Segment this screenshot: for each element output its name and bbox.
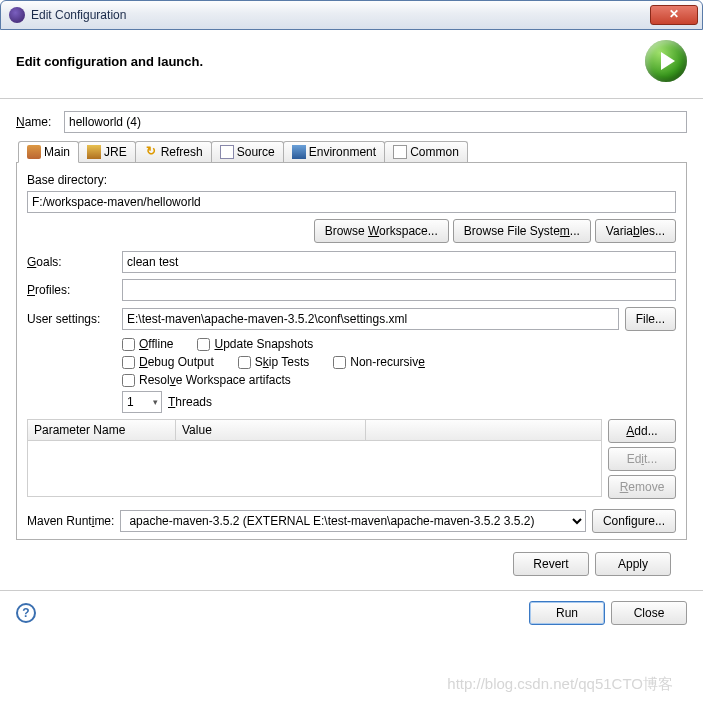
name-input[interactable] bbox=[64, 111, 687, 133]
tab-environment[interactable]: Environment bbox=[283, 141, 385, 162]
offline-checkbox[interactable]: Offline bbox=[122, 337, 173, 351]
tab-refresh[interactable]: ↻Refresh bbox=[135, 141, 212, 162]
profiles-label: Profiles: bbox=[27, 283, 122, 297]
skip-tests-checkbox[interactable]: Skip Tests bbox=[238, 355, 309, 369]
threads-spinner[interactable]: 1 bbox=[122, 391, 162, 413]
col-blank bbox=[366, 420, 601, 440]
header-title: Edit configuration and launch. bbox=[16, 54, 645, 69]
user-settings-input[interactable] bbox=[122, 308, 619, 330]
name-label: Name: bbox=[16, 115, 64, 129]
threads-label: Threads bbox=[168, 395, 212, 409]
user-settings-label: User settings: bbox=[27, 312, 122, 326]
browse-filesystem-button[interactable]: Browse File System... bbox=[453, 219, 591, 243]
table-header: Parameter Name Value bbox=[28, 420, 601, 441]
maven-runtime-select[interactable]: apache-maven-3.5.2 (EXTERNAL E:\test-mav… bbox=[120, 510, 586, 532]
tab-bar: Main JRE ↻Refresh Source Environment Com… bbox=[16, 141, 687, 163]
add-param-button[interactable]: Add... bbox=[608, 419, 676, 443]
maven-runtime-label: Maven Runtime: bbox=[27, 514, 114, 528]
run-icon bbox=[645, 40, 687, 82]
parameters-table[interactable]: Parameter Name Value bbox=[27, 419, 602, 497]
goals-label: Goals: bbox=[27, 255, 122, 269]
remove-param-button[interactable]: Remove bbox=[608, 475, 676, 499]
non-recursive-checkbox[interactable]: Non-recursive bbox=[333, 355, 425, 369]
apply-button[interactable]: Apply bbox=[595, 552, 671, 576]
profiles-input[interactable] bbox=[122, 279, 676, 301]
file-button[interactable]: File... bbox=[625, 307, 676, 331]
tab-common[interactable]: Common bbox=[384, 141, 468, 162]
col-parameter-name: Parameter Name bbox=[28, 420, 176, 440]
main-tab-panel: Base directory: Browse Workspace... Brow… bbox=[16, 163, 687, 540]
environment-icon bbox=[292, 145, 306, 159]
debug-output-checkbox[interactable]: Debug Output bbox=[122, 355, 214, 369]
eclipse-icon bbox=[9, 7, 25, 23]
source-icon bbox=[220, 145, 234, 159]
update-snapshots-checkbox[interactable]: Update Snapshots bbox=[197, 337, 313, 351]
help-icon[interactable]: ? bbox=[16, 603, 36, 623]
title-bar: Edit Configuration ✕ bbox=[0, 0, 703, 30]
base-dir-label: Base directory: bbox=[27, 173, 676, 187]
edit-param-button[interactable]: Edit... bbox=[608, 447, 676, 471]
refresh-icon: ↻ bbox=[144, 145, 158, 159]
dialog-header: Edit configuration and launch. bbox=[0, 30, 703, 99]
run-button[interactable]: Run bbox=[529, 601, 605, 625]
goals-input[interactable] bbox=[122, 251, 676, 273]
variables-button[interactable]: Variables... bbox=[595, 219, 676, 243]
tab-source[interactable]: Source bbox=[211, 141, 284, 162]
window-title: Edit Configuration bbox=[31, 8, 650, 22]
window-close-button[interactable]: ✕ bbox=[650, 5, 698, 25]
configure-button[interactable]: Configure... bbox=[592, 509, 676, 533]
col-value: Value bbox=[176, 420, 366, 440]
common-icon bbox=[393, 145, 407, 159]
revert-button[interactable]: Revert bbox=[513, 552, 589, 576]
tab-main[interactable]: Main bbox=[18, 141, 79, 163]
base-dir-input[interactable] bbox=[27, 191, 676, 213]
tab-jre[interactable]: JRE bbox=[78, 141, 136, 162]
browse-workspace-button[interactable]: Browse Workspace... bbox=[314, 219, 449, 243]
close-button[interactable]: Close bbox=[611, 601, 687, 625]
resolve-workspace-checkbox[interactable]: Resolve Workspace artifacts bbox=[122, 373, 291, 387]
watermark-text: http://blog.csdn.net/qq51CTO博客 bbox=[447, 675, 673, 694]
jre-icon bbox=[87, 145, 101, 159]
maven-icon bbox=[27, 145, 41, 159]
